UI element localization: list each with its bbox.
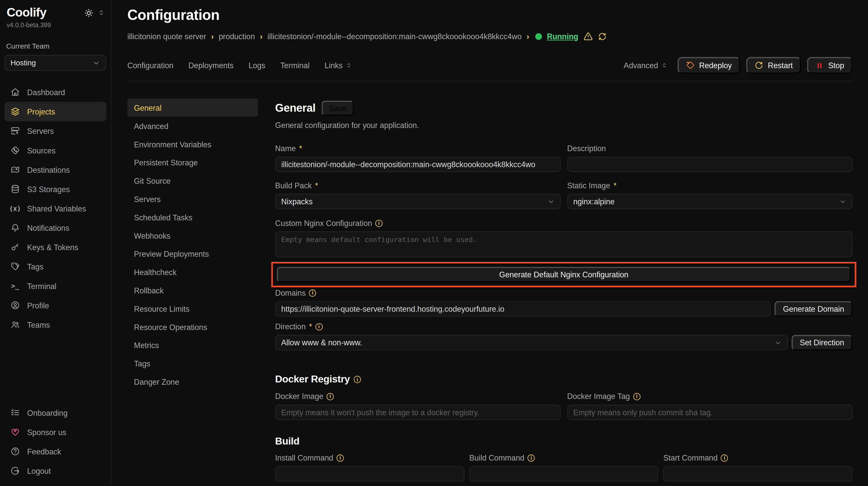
tab-bar: Configuration Deployments Logs Terminal … xyxy=(127,57,852,82)
refresh-status-icon[interactable] xyxy=(598,32,607,41)
warning-icon[interactable] xyxy=(583,32,593,41)
subnav-item-persistent-storage[interactable]: Persistent Storage xyxy=(127,154,258,172)
start-command-input[interactable] xyxy=(663,466,852,482)
help-circle-icon xyxy=(10,447,20,456)
sidebar-item-tags[interactable]: Tags xyxy=(4,257,106,276)
restart-icon xyxy=(754,61,764,70)
map-icon xyxy=(10,165,20,174)
subnav-item-rollback[interactable]: Rollback xyxy=(127,281,258,299)
build-pack-select[interactable]: Nixpacks xyxy=(275,194,560,209)
subnav-item-danger-zone[interactable]: Danger Zone xyxy=(127,372,258,391)
subnav-item-metrics[interactable]: Metrics xyxy=(127,336,258,354)
sidebar-item-dashboard[interactable]: Dashboard xyxy=(4,83,106,102)
restart-button[interactable]: Restart xyxy=(746,57,801,73)
sidebar-item-profile[interactable]: Profile xyxy=(4,296,106,315)
sidebar-item-sources[interactable]: Sources xyxy=(4,141,106,160)
theme-sun-icon[interactable] xyxy=(84,8,94,18)
app-version: v4.0.0-beta.399 xyxy=(4,22,106,28)
general-form: General Save General configuration for y… xyxy=(275,94,852,486)
sidebar-item-projects[interactable]: Projects xyxy=(4,102,106,121)
save-button[interactable]: Save xyxy=(322,101,354,116)
subnav-item-general[interactable]: General xyxy=(127,98,258,117)
description-input[interactable] xyxy=(567,157,852,172)
sidebar-item-onboarding[interactable]: Onboarding xyxy=(4,403,106,422)
name-input[interactable] xyxy=(275,157,560,172)
team-select[interactable]: Hosting xyxy=(4,55,106,71)
subnav-item-advanced[interactable]: Advanced xyxy=(127,117,258,135)
sidebar-item-s3-storages[interactable]: S3 Storages xyxy=(4,180,106,199)
sidebar-item-notifications[interactable]: Notifications xyxy=(4,218,106,237)
install-command-input[interactable] xyxy=(275,466,464,482)
domains-input[interactable] xyxy=(275,301,771,317)
chevron-up-down-icon xyxy=(345,62,352,69)
docker-image-input[interactable] xyxy=(275,404,560,420)
static-image-select[interactable]: nginx:alpine xyxy=(567,194,852,209)
install-command-label: Install Command i xyxy=(275,453,464,462)
subnav-item-servers[interactable]: Servers xyxy=(127,190,258,208)
sidebar-item-destinations[interactable]: Destinations xyxy=(4,160,106,180)
docker-image-tag-input[interactable] xyxy=(567,404,852,420)
sidebar-item-label: Notifications xyxy=(27,223,69,232)
info-icon: i xyxy=(327,393,334,400)
info-icon: i xyxy=(315,323,322,330)
tab-configuration[interactable]: Configuration xyxy=(127,61,173,70)
breadcrumb-environment[interactable]: production xyxy=(219,32,255,41)
subnav-item-preview-deployments[interactable]: Preview Deployments xyxy=(127,245,258,263)
sidebar-item-keys-tokens[interactable]: Keys & Tokens xyxy=(4,237,106,257)
info-icon: i xyxy=(375,220,382,227)
subnav-item-tags[interactable]: Tags xyxy=(127,354,258,372)
start-command-label: Start Command i xyxy=(663,453,852,462)
breadcrumb-application[interactable]: illicitestonion/-module--decomposition:m… xyxy=(268,32,522,41)
subnav-item-git-source[interactable]: Git Source xyxy=(127,171,258,190)
sidebar-item-logout[interactable]: Logout xyxy=(4,461,106,480)
breadcrumb-project[interactable]: illicitonion quote server xyxy=(127,32,206,41)
stop-button[interactable]: Stop xyxy=(807,57,852,73)
subnav-item-healthcheck[interactable]: Healthcheck xyxy=(127,263,258,281)
sidebar-item-sponsor[interactable]: Sponsor us xyxy=(4,422,106,442)
subnav-item-scheduled-tasks[interactable]: Scheduled Tasks xyxy=(127,208,258,226)
generate-nginx-config-button[interactable]: Generate Default Nginx Configuration xyxy=(277,267,851,283)
custom-nginx-textarea[interactable] xyxy=(275,231,852,257)
sidebar-collapse-icon[interactable] xyxy=(97,9,105,17)
direction-value: Allow www & non-www. xyxy=(281,338,362,347)
status-badge[interactable]: Running xyxy=(547,32,578,41)
sidebar-item-shared-variables[interactable]: (x) Shared Variables xyxy=(4,199,106,218)
tab-deployments[interactable]: Deployments xyxy=(188,61,234,70)
direction-select[interactable]: Allow www & non-www. xyxy=(275,335,787,350)
subnav-item-webhooks[interactable]: Webhooks xyxy=(127,226,258,245)
generate-domain-button[interactable]: Generate Domain xyxy=(775,301,852,317)
app-logo: Coolify xyxy=(7,6,46,20)
build-command-input[interactable] xyxy=(469,466,658,482)
advanced-label: Advanced xyxy=(624,61,658,70)
info-icon: i xyxy=(721,454,728,461)
tab-terminal[interactable]: Terminal xyxy=(280,61,310,70)
sidebar-item-label: Dashboard xyxy=(27,88,65,97)
server-icon xyxy=(10,126,20,136)
required-marker: * xyxy=(315,181,318,190)
sidebar-item-label: Profile xyxy=(27,301,49,310)
subnav-item-resource-operations[interactable]: Resource Operations xyxy=(127,318,258,336)
sidebar-item-teams[interactable]: Teams xyxy=(4,315,106,334)
layers-icon xyxy=(10,107,20,116)
redeploy-button[interactable]: Redeploy xyxy=(678,57,740,73)
sidebar-item-terminal[interactable]: >_ Terminal xyxy=(4,276,106,296)
sidebar-item-feedback[interactable]: Feedback xyxy=(4,442,106,461)
sidebar-item-label: Teams xyxy=(27,320,50,329)
git-source-icon xyxy=(10,145,20,155)
tab-logs[interactable]: Logs xyxy=(248,61,265,70)
sidebar-item-servers[interactable]: Servers xyxy=(4,121,106,140)
sidebar-item-label: Feedback xyxy=(27,447,61,456)
status-dot xyxy=(535,33,542,39)
advanced-menu[interactable]: Advanced xyxy=(624,61,668,70)
section-subtitle: General configuration for your applicati… xyxy=(275,121,852,130)
subnav-item-resource-limits[interactable]: Resource Limits xyxy=(127,299,258,318)
checklist-icon xyxy=(10,408,20,417)
subnav-item-environment-variables[interactable]: Environment Variables xyxy=(127,135,258,154)
tab-links[interactable]: Links xyxy=(324,61,352,70)
variable-icon: (x) xyxy=(10,204,20,213)
heart-icon xyxy=(10,427,20,436)
custom-nginx-label: Custom Nginx Configuration i xyxy=(275,219,852,227)
docker-image-tag-label: Docker Image Tag i xyxy=(567,392,852,401)
name-label: Name* xyxy=(275,144,560,153)
set-direction-button[interactable]: Set Direction xyxy=(792,335,852,350)
